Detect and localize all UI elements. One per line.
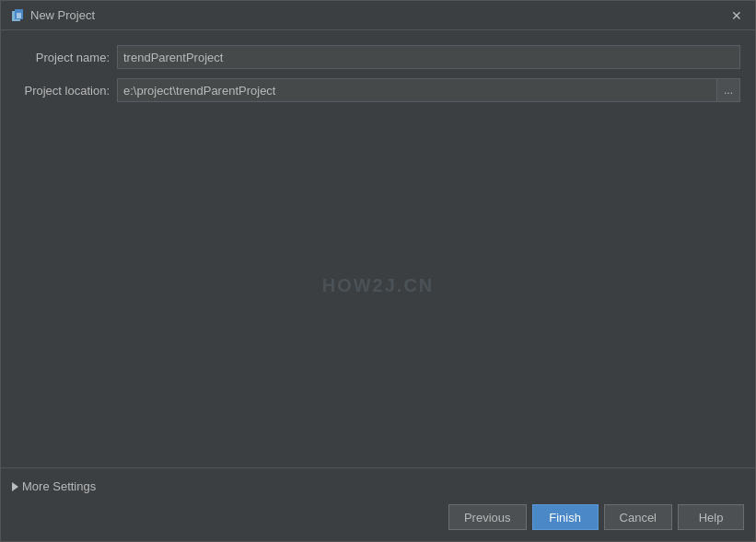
main-area: HOW2J.CN — [16, 111, 740, 460]
more-settings-toggle[interactable]: More Settings — [12, 476, 744, 497]
finish-button[interactable]: Finish — [532, 504, 599, 530]
location-input-wrap: ... — [117, 78, 740, 102]
title-bar: New Project ✕ — [1, 1, 755, 30]
project-location-label: Project location: — [16, 84, 117, 98]
cancel-button[interactable]: Cancel — [604, 504, 672, 530]
title-bar-left: New Project — [10, 8, 95, 23]
project-location-row: Project location: ... — [16, 78, 740, 102]
project-location-input[interactable] — [117, 78, 716, 102]
dialog-title: New Project — [30, 8, 95, 22]
project-name-input[interactable] — [117, 45, 740, 69]
more-settings-triangle-icon — [12, 482, 18, 491]
more-settings-label: More Settings — [22, 479, 96, 493]
new-project-dialog: New Project ✕ Project name: Project loca… — [0, 0, 756, 542]
watermark-text: HOW2J.CN — [322, 275, 435, 296]
project-name-row: Project name: — [16, 45, 740, 69]
button-row: Previous Finish Cancel Help — [12, 497, 744, 534]
help-button[interactable]: Help — [678, 504, 744, 530]
footer: More Settings Previous Finish Cancel Hel… — [1, 467, 755, 541]
dialog-content: Project name: Project location: ... HOW2… — [1, 30, 755, 467]
close-button[interactable]: ✕ — [727, 6, 746, 25]
project-name-label: Project name: — [16, 51, 117, 64]
browse-button[interactable]: ... — [716, 78, 740, 102]
new-project-icon — [10, 8, 25, 23]
previous-button[interactable]: Previous — [448, 504, 527, 530]
